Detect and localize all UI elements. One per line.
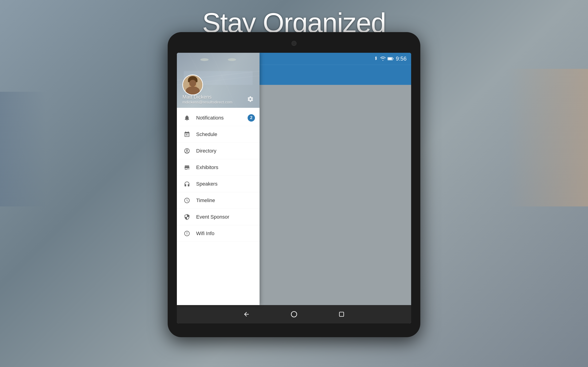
schedule-label: Schedule [196, 131, 255, 137]
menu-item-wifi-info[interactable]: Wifi Info [177, 225, 259, 242]
svg-point-15 [191, 85, 192, 86]
svg-point-20 [291, 311, 297, 317]
svg-point-16 [194, 85, 195, 86]
drawer-user-info: Matt Dickens mdickens@resultsdirect.com [182, 94, 233, 105]
avatar-face [183, 75, 202, 94]
bg-people-left [0, 92, 46, 206]
svg-point-7 [200, 58, 208, 61]
event-sponsor-icon [182, 211, 192, 223]
home-icon [290, 311, 298, 318]
event-sponsor-label: Event Sponsor [196, 214, 255, 220]
tablet-screen: 9:56 ...ference [177, 53, 411, 323]
status-time: 9:56 [396, 56, 406, 62]
bg-people-right [508, 69, 588, 206]
recent-icon [338, 311, 345, 317]
timeline-label: Timeline [196, 198, 255, 203]
timeline-icon [182, 195, 192, 206]
svg-rect-21 [339, 312, 344, 317]
status-icons: 9:56 [374, 56, 406, 62]
notifications-badge: 2 [248, 114, 255, 122]
drawer-user-name: Matt Dickens [182, 94, 233, 100]
menu-item-directory[interactable]: Directory [177, 143, 259, 159]
directory-icon [182, 145, 192, 156]
menu-item-notifications[interactable]: Notifications 2 [177, 110, 259, 126]
svg-point-17 [192, 87, 193, 88]
notifications-label: Notifications [196, 115, 248, 121]
wifi-info-label: Wifi Info [196, 231, 255, 236]
drawer-menu: Notifications 2 8 Schedule [177, 108, 259, 305]
recent-apps-button[interactable] [336, 309, 347, 320]
speakers-label: Speakers [196, 181, 255, 187]
back-icon [243, 311, 250, 318]
svg-rect-1 [388, 58, 392, 60]
svg-point-13 [189, 82, 197, 91]
menu-item-exhibitors[interactable]: Exhibitors [177, 159, 259, 176]
home-button[interactable] [288, 309, 300, 320]
speakers-icon [182, 178, 192, 190]
back-button[interactable] [241, 309, 252, 320]
svg-rect-12 [188, 80, 197, 82]
wifi-icon [380, 56, 386, 61]
drawer-user-email: mdickens@resultsdirect.com [182, 100, 233, 105]
svg-point-8 [228, 58, 236, 61]
menu-item-speakers[interactable]: Speakers [177, 176, 259, 192]
exhibitors-icon [182, 162, 192, 173]
bluetooth-icon [374, 56, 378, 61]
notifications-icon [182, 112, 192, 123]
menu-item-schedule[interactable]: 8 Schedule [177, 126, 259, 143]
tablet-camera [292, 41, 296, 46]
svg-point-14 [190, 88, 196, 92]
settings-icon[interactable] [246, 94, 255, 104]
drawer-header: Matt Dickens mdickens@resultsdirect.com [177, 53, 259, 108]
directory-label: Directory [196, 148, 255, 154]
svg-point-11 [188, 76, 197, 84]
exhibitors-label: Exhibitors [196, 165, 255, 170]
menu-item-event-sponsor[interactable]: Event Sponsor [177, 209, 259, 225]
svg-rect-2 [393, 58, 393, 59]
menu-item-timeline[interactable]: Timeline [177, 192, 259, 209]
bottom-nav [177, 305, 411, 323]
avatar [182, 75, 203, 95]
gear-icon [247, 96, 254, 102]
wifi-info-icon [182, 228, 192, 239]
avatar-image [183, 75, 202, 95]
svg-text:8: 8 [186, 133, 187, 135]
schedule-icon: 8 [182, 129, 192, 140]
nav-drawer: Matt Dickens mdickens@resultsdirect.com [177, 53, 259, 305]
battery-icon [388, 57, 394, 61]
tablet-frame: 9:56 ...ference [168, 32, 420, 337]
